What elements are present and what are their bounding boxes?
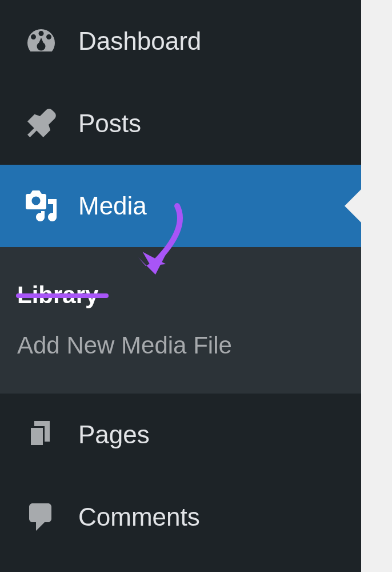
sidebar-item-pages[interactable]: Pages xyxy=(0,394,361,476)
submenu-item-add-new[interactable]: Add New Media File xyxy=(0,320,361,371)
admin-sidebar: Dashboard Posts Media Library Add New Me… xyxy=(0,0,361,572)
pages-icon xyxy=(24,418,58,452)
content-area xyxy=(361,0,392,572)
sidebar-item-label: Comments xyxy=(78,503,200,531)
sidebar-item-comments[interactable]: Comments xyxy=(0,476,361,558)
svg-rect-2 xyxy=(31,428,43,445)
sidebar-item-dashboard[interactable]: Dashboard xyxy=(0,0,361,82)
dashboard-icon xyxy=(24,24,58,58)
media-icon xyxy=(24,189,58,223)
sidebar-item-label: Dashboard xyxy=(78,27,201,55)
media-submenu: Library Add New Media File xyxy=(0,247,361,394)
comments-icon xyxy=(24,500,58,534)
sidebar-item-media[interactable]: Media xyxy=(0,165,361,247)
sidebar-item-label: Media xyxy=(78,192,147,220)
pin-icon xyxy=(24,106,58,141)
submenu-item-label: Add New Media File xyxy=(17,332,232,359)
annotation-underline xyxy=(16,293,109,298)
sidebar-item-label: Posts xyxy=(78,109,141,138)
sidebar-item-posts[interactable]: Posts xyxy=(0,82,361,165)
sidebar-item-label: Pages xyxy=(78,420,150,449)
